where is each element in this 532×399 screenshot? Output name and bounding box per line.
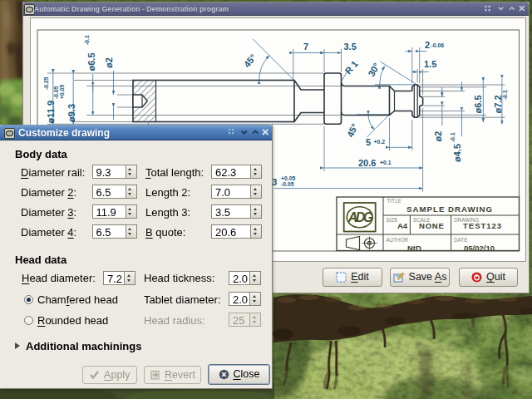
svg-text:-0.1: -0.1 [450, 132, 456, 142]
svg-text:ø4.5: ø4.5 [452, 144, 462, 162]
svg-text:SIZE: SIZE [387, 217, 398, 223]
svg-text:ø11.9: ø11.9 [46, 101, 56, 124]
svg-text:+0.05: +0.05 [281, 175, 295, 181]
svg-text:DATE: DATE [454, 237, 467, 243]
svg-text:TEST123: TEST123 [463, 221, 502, 230]
svg-text:20.6: 20.6 [358, 158, 376, 168]
svg-text:3.5: 3.5 [344, 42, 357, 52]
svg-text:45°: 45° [345, 122, 360, 139]
svg-text:-0.1: -0.1 [502, 90, 508, 100]
svg-text:7: 7 [303, 42, 308, 52]
svg-text:ø2: ø2 [104, 57, 114, 68]
svg-text:-0.25: -0.25 [43, 76, 49, 90]
svg-text:2: 2 [425, 40, 430, 50]
svg-text:ø6.5: ø6.5 [473, 95, 483, 113]
svg-text:45°: 45° [242, 52, 259, 69]
svg-text:+0.1: +0.1 [380, 160, 392, 165]
svg-text:5: 5 [366, 137, 371, 147]
svg-text:1.5: 1.5 [424, 59, 436, 69]
svg-text:R 1: R 1 [343, 59, 360, 76]
svg-text:ADG: ADG [347, 210, 373, 224]
svg-text:ø9.3: ø9.3 [66, 104, 76, 122]
svg-text:ø6.5: ø6.5 [86, 52, 96, 71]
svg-text:NtD: NtD [407, 244, 421, 253]
svg-text:05/02/10: 05/02/10 [464, 244, 495, 253]
svg-text:-0.05: -0.05 [53, 86, 59, 99]
svg-text:30°: 30° [366, 62, 382, 78]
svg-text:+0.05: +0.05 [59, 85, 65, 99]
svg-text:A4: A4 [397, 221, 408, 230]
svg-text:-0.1: -0.1 [84, 35, 90, 45]
svg-text:+0.2: +0.2 [374, 139, 386, 145]
svg-text:AUTHOR: AUTHOR [387, 237, 409, 243]
svg-text:TITLE: TITLE [387, 198, 401, 204]
svg-text:ø2: ø2 [433, 131, 443, 142]
svg-text:SAMPLE DRAWING: SAMPLE DRAWING [406, 204, 493, 214]
svg-text:NONE: NONE [419, 221, 445, 230]
svg-text:-0.06: -0.06 [431, 42, 445, 48]
svg-text:-0.05: -0.05 [281, 181, 294, 187]
